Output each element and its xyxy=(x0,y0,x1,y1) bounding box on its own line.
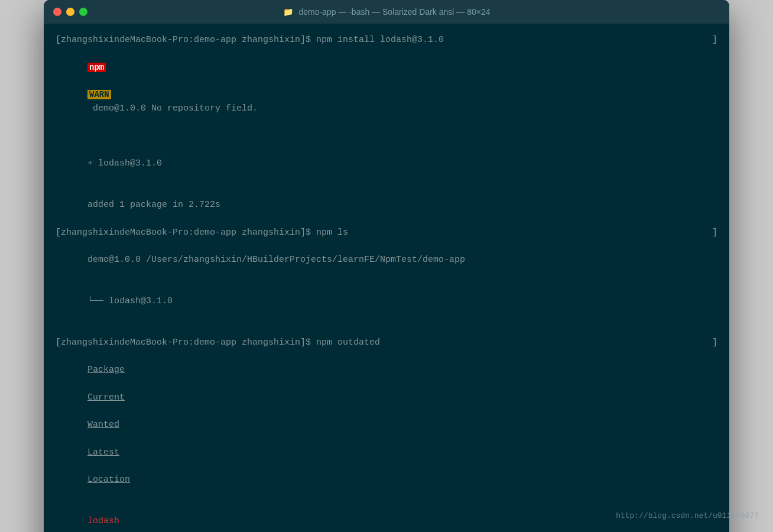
maximize-button[interactable] xyxy=(79,8,87,16)
folder-icon: 📁 xyxy=(283,7,293,17)
col-spacer xyxy=(87,433,98,443)
col-package: Package xyxy=(87,365,125,375)
col-spacer xyxy=(87,461,98,471)
warn-badge: WARN xyxy=(87,90,111,99)
pkg-name: lodash xyxy=(87,516,119,526)
terminal-window: 📁 demo-app — -bash — Solarized Dark ansi… xyxy=(44,0,729,532)
watermark: http://blog.csdn.net/u011240877 xyxy=(616,511,759,520)
terminal-line: └── lodash@3.1.0 xyxy=(56,281,717,322)
terminal-line: [zhangshixindeMacBook-Pro:demo-app zhang… xyxy=(56,336,717,349)
titlebar: 📁 demo-app — -bash — Solarized Dark ansi… xyxy=(44,0,729,24)
terminal-line: demo@1.0.0 /Users/zhangshixin/HBuilderPr… xyxy=(56,239,717,281)
terminal-line: added 1 package in 2.722s xyxy=(56,184,717,226)
col-spacer xyxy=(87,530,130,532)
col-location: Location xyxy=(87,475,130,485)
terminal-line: + lodash@3.1.0 xyxy=(56,143,717,184)
command: npm outdated xyxy=(316,338,380,348)
terminal-line: [zhangshixindeMacBook-Pro:demo-app zhang… xyxy=(56,226,717,239)
col-spacer xyxy=(87,378,135,388)
command: npm ls xyxy=(316,228,348,238)
minimize-button[interactable] xyxy=(66,8,74,16)
bracket: ] xyxy=(712,336,717,349)
bracket: ] xyxy=(712,33,717,47)
bracket: ] xyxy=(712,226,717,239)
output-text: + lodash@3.1.0 xyxy=(87,158,162,168)
output-text: added 1 package in 2.722s xyxy=(87,200,220,210)
terminal-body[interactable]: [zhangshixindeMacBook-Pro:demo-app zhang… xyxy=(44,24,729,532)
prompt-line: [zhangshixindeMacBook-Pro:demo-app zhang… xyxy=(56,226,348,239)
prompt: [zhangshixindeMacBook-Pro:demo-app zhang… xyxy=(56,35,316,45)
npm-badge: npm xyxy=(87,63,106,72)
table-header: Package Current Wanted Latest Location xyxy=(56,349,717,501)
terminal-line: npm WARN demo@1.0.0 No repository field. xyxy=(56,47,717,129)
terminal-line: [zhangshixindeMacBook-Pro:demo-app zhang… xyxy=(56,33,717,47)
traffic-lights xyxy=(53,8,87,16)
title-text: demo-app — -bash — Solarized Dark ansi —… xyxy=(298,7,490,17)
blank-line xyxy=(56,322,717,335)
command: npm install lodash@3.1.0 xyxy=(316,35,444,45)
col-wanted: Wanted xyxy=(87,420,119,430)
prompt: [zhangshixindeMacBook-Pro:demo-app zhang… xyxy=(56,228,316,238)
prompt-line: [zhangshixindeMacBook-Pro:demo-app zhang… xyxy=(56,33,444,47)
col-spacer xyxy=(87,406,98,416)
blank-line xyxy=(56,129,717,143)
close-button[interactable] xyxy=(53,8,61,16)
output-text: └── lodash@3.1.0 xyxy=(87,296,173,306)
col-latest: Latest xyxy=(87,447,119,458)
prompt: [zhangshixindeMacBook-Pro:demo-app zhang… xyxy=(56,338,316,348)
warn-text: demo@1.0.0 No repository field. xyxy=(87,103,258,113)
window-title: 📁 demo-app — -bash — Solarized Dark ansi… xyxy=(283,7,491,17)
output-text: demo@1.0.0 /Users/zhangshixin/HBuilderPr… xyxy=(87,255,465,265)
prompt-line: [zhangshixindeMacBook-Pro:demo-app zhang… xyxy=(56,336,380,349)
col-current: Current xyxy=(87,392,125,403)
